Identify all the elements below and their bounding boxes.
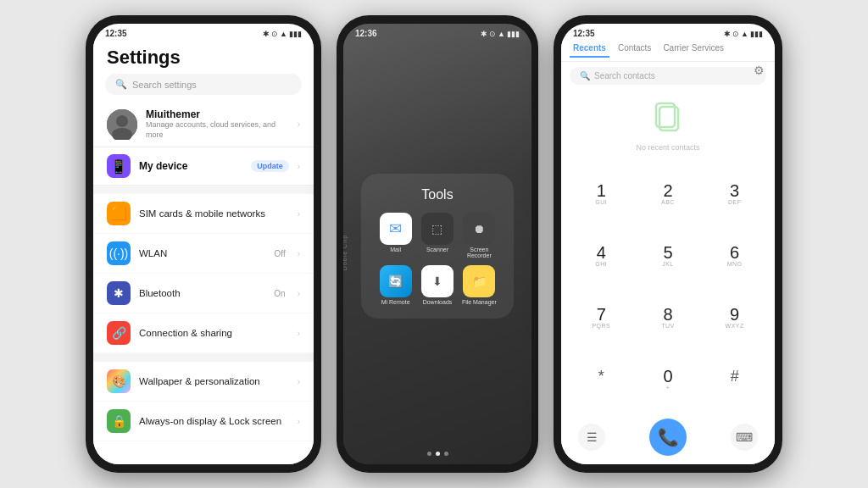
search-icon: 🔍 [115, 79, 127, 90]
settings-search-bar[interactable]: 🔍 Search settings [105, 74, 302, 95]
chevron-icon: › [298, 209, 300, 219]
dial-key-5[interactable]: 5 JKL [635, 225, 702, 287]
downloads-icon: ⬇ [421, 265, 453, 297]
miremote-icon: 🔄 [380, 265, 412, 297]
wifi-icon-3: ▲ [741, 30, 748, 38]
downloads-label: Downloads [423, 299, 453, 305]
my-device-icon: 📱 [107, 154, 131, 178]
dialer-tabs: Recents Contacts Carrier Services [561, 40, 775, 62]
status-icons-1: ✱ ⊙ ▲ ▮▮▮ [263, 30, 302, 38]
contacts-search-placeholder: Search contacts [594, 71, 655, 80]
mail-label: Mail [390, 247, 401, 252]
dial-key-6[interactable]: 6 MNO [701, 225, 768, 287]
battery-icon-2: ▮▮▮ [507, 30, 520, 38]
app-scanner[interactable]: ⬚ Scanner [420, 213, 454, 258]
dot-1 [427, 452, 431, 456]
connection-icon: 🔗 [107, 321, 131, 345]
signal-icon-3: ⊙ [732, 30, 739, 38]
bluetooth-icon-3: ✱ [724, 30, 731, 38]
side-label: Doble Clip [343, 234, 348, 269]
contacts-search-bar[interactable]: 🔍 Search contacts [570, 67, 766, 85]
filemanager-icon: 📁 [463, 265, 495, 297]
bluetooth-value: On [274, 289, 285, 298]
bluetooth-icon: ✱ [107, 281, 131, 305]
tools-folder[interactable]: Tools ✉ Mail ⬚ Scanner [361, 174, 514, 319]
dial-key-1[interactable]: 1 GUI [568, 164, 635, 225]
dialer-actions: ☰ 📞 ⌨ [561, 413, 775, 464]
settings-screen: Settings 🔍 Search settings [93, 40, 314, 464]
dial-key-4[interactable]: 4 GHI [568, 225, 635, 287]
chevron-icon: › [298, 289, 300, 298]
display-label: Always-on display & Lock screen [139, 416, 289, 426]
status-bar-3: 12:35 ✱ ⊙ ▲ ▮▮▮ [561, 24, 775, 40]
dial-pad: 1 GUI 2 ABC 3 DEF 4 GHI 5 JKL [561, 162, 775, 413]
my-device-item[interactable]: 📱 My device Update › [93, 147, 314, 186]
sim-label: SIM cards & mobile networks [139, 208, 289, 219]
status-bar-2: 12:36 ✱ ⊙ ▲ ▮▮▮ [343, 24, 531, 40]
search-icon-dialer: 🔍 [580, 71, 590, 80]
tab-carrier-services[interactable]: Carrier Services [659, 40, 727, 58]
wlan-label: WLAN [139, 248, 266, 258]
signal-icon: ⊙ [271, 30, 278, 38]
page-dots [343, 452, 531, 464]
wifi-icon-2: ▲ [498, 30, 505, 38]
status-bar-1: 12:35 ✱ ⊙ ▲ ▮▮▮ [93, 24, 314, 40]
app-screen-recorder[interactable]: ⏺ Screen Recorder [462, 213, 497, 258]
phone-dialer: 12:35 ✱ ⊙ ▲ ▮▮▮ ⚙ Recents Contacts Carri… [554, 15, 782, 473]
bluetooth-icon: ✱ [263, 30, 270, 38]
dialer-screen: ⚙ Recents Contacts Carrier Services 🔍 Se… [561, 40, 775, 464]
filemanager-label: File Manager [462, 299, 497, 305]
tab-recents[interactable]: Recents [570, 40, 609, 58]
avatar [107, 109, 137, 140]
settings-item-connection[interactable]: 🔗 Connection & sharing › [93, 313, 314, 353]
gear-icon[interactable]: ⚙ [754, 64, 765, 77]
chevron-icon: › [298, 119, 300, 129]
sim-icon: 🟧 [107, 202, 131, 225]
wallpaper-icon: 🎨 [107, 369, 131, 393]
tab-contacts[interactable]: Contacts [615, 40, 654, 58]
profile-description: Manage accounts, cloud services, and mor… [146, 120, 289, 140]
dial-key-7[interactable]: 7 PQRS [568, 287, 635, 349]
section-divider [93, 186, 314, 194]
settings-item-wlan[interactable]: ((·)) WLAN Off › [93, 234, 314, 274]
profile-item[interactable]: Miuithemer Manage accounts, cloud servic… [93, 102, 314, 147]
dot-3 [444, 452, 448, 456]
no-recent-text: No recent contacts [636, 143, 699, 152]
battery-icon: ▮▮▮ [289, 30, 302, 38]
dial-key-2[interactable]: 2 ABC [635, 164, 702, 225]
wallpaper-label: Wallpaper & personalization [139, 376, 289, 386]
keypad-button[interactable]: ⌨ [731, 424, 758, 451]
settings-item-wallpaper[interactable]: 🎨 Wallpaper & personalization › [93, 362, 314, 402]
menu-button[interactable]: ☰ [578, 424, 605, 451]
dial-key-8[interactable]: 8 TUV [635, 287, 702, 349]
chevron-icon: › [298, 162, 300, 171]
settings-item-display[interactable]: 🔒 Always-on display & Lock screen › [93, 402, 314, 441]
scanner-label: Scanner [426, 247, 448, 252]
chevron-icon: › [298, 377, 300, 386]
settings-title: Settings [93, 40, 314, 74]
call-button[interactable]: 📞 [649, 419, 687, 456]
section-divider-2 [93, 353, 314, 362]
search-placeholder: Search settings [132, 80, 197, 90]
wifi-icon: ▲ [280, 30, 287, 38]
phone-settings: 12:35 ✱ ⊙ ▲ ▮▮▮ Settings 🔍 Search settin… [86, 15, 321, 473]
app-mi-remote[interactable]: 🔄 Mi Remote [378, 265, 413, 305]
dial-key-9[interactable]: 9 WXYZ [701, 287, 768, 349]
chevron-icon: › [298, 417, 300, 426]
settings-item-sim[interactable]: 🟧 SIM cards & mobile networks › [93, 194, 314, 234]
no-recent-section: No recent contacts [561, 90, 775, 162]
phone-home: 12:36 ✱ ⊙ ▲ ▮▮▮ Doble Clip Tools ✉ Mail [337, 15, 538, 473]
dial-key-star[interactable]: * [568, 349, 635, 412]
app-file-manager[interactable]: 📁 File Manager [462, 265, 497, 305]
app-downloads[interactable]: ⬇ Downloads [420, 265, 454, 305]
dial-key-0[interactable]: 0 + [635, 349, 702, 412]
wlan-value: Off [275, 249, 286, 258]
status-icons-2: ✱ ⊙ ▲ ▮▮▮ [481, 30, 520, 38]
dot-2 [436, 452, 440, 456]
connection-label: Connection & sharing [139, 328, 289, 338]
settings-item-bluetooth[interactable]: ✱ Bluetooth On › [93, 274, 314, 313]
dial-key-hash[interactable]: # [701, 349, 768, 412]
profile-info: Miuithemer Manage accounts, cloud servic… [146, 108, 289, 140]
app-mail[interactable]: ✉ Mail [378, 213, 413, 258]
dial-key-3[interactable]: 3 DEF [701, 164, 768, 225]
